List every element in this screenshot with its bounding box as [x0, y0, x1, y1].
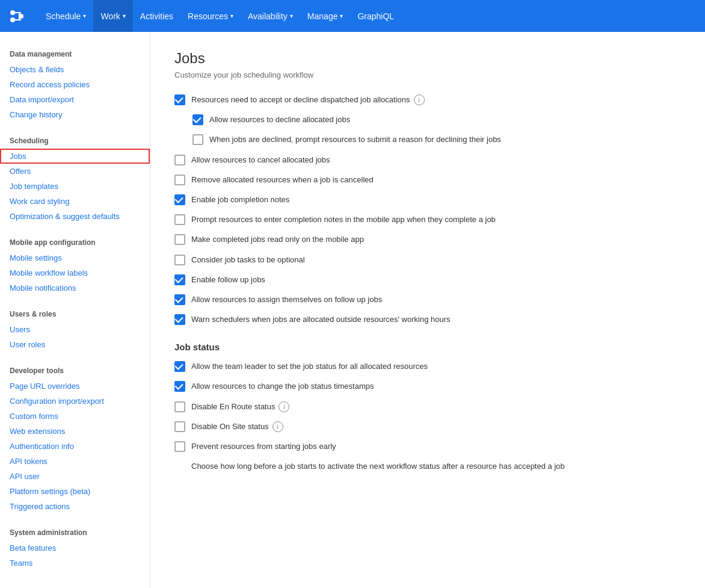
nav-graphiql[interactable]: GraphiQL	[350, 0, 401, 32]
checkbox-cb11[interactable]	[174, 294, 185, 305]
sidebar-item-auth-info[interactable]: Authentication info	[0, 439, 150, 454]
sidebar-item-page-url[interactable]: Page URL overrides	[0, 379, 150, 394]
checkbox-label-js1: Allow the team leader to set the job sta…	[191, 361, 428, 372]
checkbox-row-cb2: Allow resources to decline allocated job…	[192, 114, 681, 125]
sidebar-item-work-card-styling[interactable]: Work card styling	[0, 194, 150, 209]
section-title-mobile: Mobile app configuration	[0, 230, 150, 250]
sidebar-section-users-roles: Users & roles Users User roles	[0, 302, 150, 352]
checkbox-row-cb8: Make completed jobs read only on the mob…	[174, 234, 681, 245]
page-subtitle: Customize your job scheduling workflow	[174, 70, 681, 79]
sidebar-item-users[interactable]: Users	[0, 322, 150, 337]
chevron-down-icon: ▾	[83, 13, 86, 19]
topnav: Schedule ▾ Work ▾ Activities Resources ▾…	[0, 0, 705, 32]
info-icon-js4[interactable]: i	[272, 421, 283, 432]
sidebar-item-platform-settings[interactable]: Platform settings (beta)	[0, 484, 150, 499]
checkbox-label-cb7: Prompt resources to enter completion not…	[191, 214, 496, 225]
checkbox-js1[interactable]	[174, 361, 185, 372]
checkbox-row-js6: Choose how long before a job starts to a…	[174, 460, 681, 472]
sidebar-item-custom-forms[interactable]: Custom forms	[0, 409, 150, 424]
svg-point-0	[10, 10, 15, 15]
checkbox-cb3[interactable]	[192, 134, 203, 145]
checkbox-label-cb10: Enable follow up jobs	[191, 274, 265, 285]
sidebar-item-record-access[interactable]: Record access policies	[0, 77, 150, 92]
checkbox-row-js2: Allow resources to change the job status…	[174, 380, 681, 392]
checkbox-cb10[interactable]	[174, 274, 185, 285]
checkbox-cb9[interactable]	[174, 255, 185, 265]
checkbox-cb7[interactable]	[174, 214, 185, 225]
checkbox-cb5[interactable]	[174, 175, 185, 185]
sidebar-item-mobile-workflow[interactable]: Mobile workflow labels	[0, 265, 150, 280]
checkbox-label-cb3: When jobs are declined, prompt resources…	[209, 134, 501, 145]
checkbox-cb6[interactable]	[174, 194, 185, 205]
sidebar-item-change-history[interactable]: Change history	[0, 107, 150, 122]
sidebar-item-web-extensions[interactable]: Web extensions	[0, 424, 150, 439]
settings-group-main: Resources need to accept or decline disp…	[174, 94, 681, 325]
sidebar-item-user-roles[interactable]: User roles	[0, 337, 150, 352]
checkbox-label-cb1: Resources need to accept or decline disp…	[191, 94, 410, 105]
checkbox-row-js3: Disable En Route status i	[174, 401, 681, 412]
checkbox-label-cb6: Enable job completion notes	[191, 194, 289, 205]
checkbox-cb1[interactable]	[174, 94, 185, 105]
checkbox-label-cb5: Remove allocated resources when a job is…	[191, 174, 374, 185]
sidebar-item-beta-features[interactable]: Beta features	[0, 540, 150, 556]
checkbox-js4[interactable]	[174, 421, 185, 432]
checkbox-row-cb1: Resources need to accept or decline disp…	[174, 94, 681, 105]
svg-rect-4	[15, 19, 21, 20]
checkbox-label-js5: Prevent resources from starting jobs ear…	[191, 441, 336, 452]
sidebar: Data management Objects & fields Record …	[0, 32, 150, 588]
checkbox-js5[interactable]	[174, 441, 185, 452]
nav-schedule[interactable]: Schedule ▾	[38, 0, 93, 32]
info-icon-js3[interactable]: i	[279, 401, 289, 412]
nav-work[interactable]: Work ▾	[93, 0, 132, 32]
section-title-system-admin: System administration	[0, 520, 150, 540]
sidebar-item-triggered-actions[interactable]: Triggered actions	[0, 499, 150, 514]
checkbox-row-js4: Disable On Site status i	[174, 421, 681, 432]
checkbox-label-js6: Choose how long before a job starts to a…	[191, 460, 565, 472]
sidebar-section-data-management: Data management Objects & fields Record …	[0, 42, 150, 122]
page-title: Jobs	[174, 50, 681, 67]
sidebar-item-mobile-notifications[interactable]: Mobile notifications	[0, 280, 150, 296]
section-title-data-management: Data management	[0, 42, 150, 62]
checkbox-cb4[interactable]	[174, 155, 185, 166]
logo[interactable]	[10, 10, 26, 23]
layout: Data management Objects & fields Record …	[0, 32, 705, 588]
sidebar-item-optimization[interactable]: Optimization & suggest defaults	[0, 209, 150, 224]
checkbox-label-cb9: Consider job tasks to be optional	[191, 254, 305, 265]
checkbox-cb2[interactable]	[192, 114, 203, 125]
checkbox-label-cb4: Allow resources to cancel allocated jobs	[191, 154, 330, 166]
nav-availability[interactable]: Availability ▾	[241, 0, 300, 32]
checkbox-row-cb10: Enable follow up jobs	[174, 274, 681, 285]
checkbox-label-cb8: Make completed jobs read only on the mob…	[191, 234, 364, 245]
svg-point-1	[10, 17, 15, 22]
sidebar-item-teams[interactable]: Teams	[0, 556, 150, 571]
checkbox-cb12[interactable]	[174, 314, 185, 325]
sidebar-item-api-tokens[interactable]: API tokens	[0, 454, 150, 469]
checkbox-js2[interactable]	[174, 381, 185, 392]
checkbox-row-cb6: Enable job completion notes	[174, 194, 681, 205]
checkbox-row-cb12: Warn schedulers when jobs are allocated …	[174, 314, 681, 325]
checkbox-row-cb7: Prompt resources to enter completion not…	[174, 214, 681, 225]
sidebar-item-objects-fields[interactable]: Objects & fields	[0, 62, 150, 77]
nav-activities[interactable]: Activities	[133, 0, 180, 32]
sidebar-item-data-import[interactable]: Data import/export	[0, 92, 150, 107]
sidebar-item-mobile-settings[interactable]: Mobile settings	[0, 250, 150, 265]
checkbox-label-js4: Disable On Site status	[191, 421, 269, 432]
sidebar-section-mobile: Mobile app configuration Mobile settings…	[0, 230, 150, 296]
nav-resources[interactable]: Resources ▾	[180, 0, 241, 32]
settings-group-job-status: Job status Allow the team leader to set …	[174, 342, 681, 472]
sidebar-item-offers[interactable]: Offers	[0, 164, 150, 179]
sidebar-item-job-templates[interactable]: Job templates	[0, 179, 150, 194]
checkbox-js3[interactable]	[174, 401, 185, 412]
checkbox-row-cb5: Remove allocated resources when a job is…	[174, 174, 681, 185]
checkbox-cb8[interactable]	[174, 234, 185, 245]
sidebar-item-config-import[interactable]: Configuration import/export	[0, 394, 150, 409]
checkbox-label-cb12: Warn schedulers when jobs are allocated …	[191, 314, 451, 325]
checkbox-row-cb3: When jobs are declined, prompt resources…	[192, 134, 681, 145]
checkbox-label-cb2: Allow resources to decline allocated job…	[209, 114, 350, 125]
checkbox-row-cb4: Allow resources to cancel allocated jobs	[174, 154, 681, 166]
sidebar-item-jobs[interactable]: Jobs	[0, 149, 150, 164]
sidebar-item-api-user[interactable]: API user	[0, 469, 150, 484]
nav-manage[interactable]: Manage ▾	[300, 0, 351, 32]
chevron-down-icon: ▾	[230, 13, 233, 19]
info-icon-cb1[interactable]: i	[414, 94, 425, 105]
